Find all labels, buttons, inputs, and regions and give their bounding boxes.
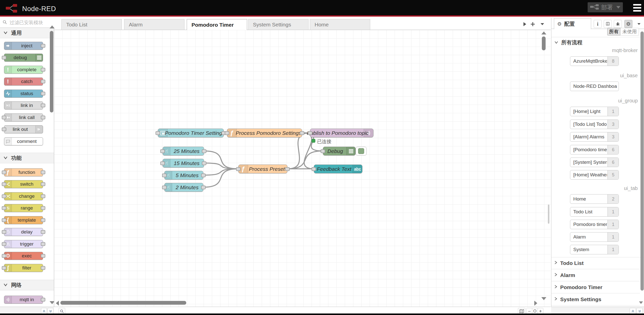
input-port[interactable] <box>308 131 312 135</box>
output-port[interactable] <box>41 194 45 198</box>
input-port[interactable] <box>2 171 6 174</box>
filter-unused-button[interactable]: 未使用 <box>620 28 639 35</box>
wire[interactable] <box>204 151 238 169</box>
output-port[interactable] <box>41 206 45 210</box>
flow-tab-pomodoro-timer[interactable]: Pomodoro Timer <box>187 19 247 30</box>
output-port[interactable] <box>41 171 45 174</box>
flow-tab-alarm[interactable]: Alarm <box>124 19 184 30</box>
output-port[interactable] <box>41 242 45 246</box>
wire[interactable] <box>302 133 314 169</box>
input-port[interactable] <box>2 128 6 131</box>
add-flow-button[interactable] <box>529 21 536 27</box>
input-port[interactable] <box>2 206 6 210</box>
flow-node-feedback-text[interactable]: abc Feedback Text <box>314 165 362 173</box>
palette-search-input[interactable] <box>9 20 49 26</box>
palette-node-catch[interactable]: ! catch <box>4 77 43 86</box>
flow-node-publish-to-pomodoro-topic[interactable]: Publish to Pomodoro topic <box>310 129 373 137</box>
output-port[interactable] <box>41 104 45 107</box>
palette-node-link-out[interactable]: link out <box>4 125 43 133</box>
canvas-scroll-down-icon[interactable] <box>541 297 546 300</box>
palette-node-exec[interactable]: ⚙ exec <box>4 252 43 260</box>
config-node-entry[interactable]: Todo List1 <box>570 207 619 217</box>
palette-node-change[interactable]: change <box>4 192 43 200</box>
input-port[interactable] <box>2 182 6 186</box>
output-port[interactable] <box>41 266 45 270</box>
canvas-scroll-left-icon[interactable] <box>56 301 59 306</box>
input-port[interactable] <box>2 194 6 198</box>
config-node-entry[interactable]: AzureMqttBroker 8 <box>570 56 619 66</box>
output-port[interactable] <box>201 173 206 177</box>
input-port[interactable] <box>162 173 167 177</box>
input-port[interactable] <box>156 131 160 135</box>
palette-category-function[interactable]: 功能 <box>0 153 54 163</box>
section-all-flows[interactable]: 所有流程 <box>551 38 644 47</box>
sidebar-splitter-handle[interactable] <box>548 205 549 224</box>
palette-node-delay[interactable]: delay <box>4 228 43 236</box>
flow-tab-todo-list[interactable]: Todo List <box>61 19 122 30</box>
flow-node-pomodoro-timer-settings[interactable]: Pomodoro Timer Settings <box>158 129 224 137</box>
wire[interactable] <box>203 169 238 187</box>
output-port[interactable] <box>41 230 45 234</box>
palette-node-link-in[interactable]: link in <box>4 101 43 109</box>
config-node-entry[interactable]: [Home] Weather5 <box>570 170 619 180</box>
input-port[interactable] <box>2 116 6 120</box>
sidebar-scroll-down-icon[interactable] <box>639 301 643 304</box>
help-tab-button[interactable] <box>604 20 612 28</box>
canvas-vscrollbar-thumb[interactable] <box>542 36 546 50</box>
tab-scroll-right-icon[interactable] <box>521 21 528 27</box>
output-port[interactable] <box>41 80 45 84</box>
section-pomodoro-timer[interactable]: Pomodoro Timer <box>551 281 640 293</box>
palette-scrollbar-thumb[interactable] <box>50 31 53 112</box>
flow-node-15-minutes[interactable]: ☝ 15 Minutes <box>163 159 204 168</box>
output-port[interactable] <box>41 44 45 48</box>
input-port[interactable] <box>162 185 167 189</box>
input-port[interactable] <box>160 161 165 165</box>
sidebar-tab-config[interactable]: ⚙ 配置 <box>554 18 591 29</box>
config-node-entry[interactable]: Alarm1 <box>570 232 619 242</box>
flow-tab-system-settings[interactable]: System Settings <box>248 19 309 30</box>
debug-enable-toggle[interactable] <box>356 147 367 155</box>
palette-node-trigger[interactable]: trigger <box>4 240 43 248</box>
flow-node-process-preset[interactable]: ƒ Process Preset <box>238 165 287 173</box>
palette-node-filter[interactable]: ∫ filter <box>4 264 43 272</box>
palette-node-function[interactable]: ƒ function <box>4 168 43 176</box>
output-port[interactable] <box>41 92 45 96</box>
input-port[interactable] <box>2 266 6 270</box>
flow-node-5-minutes[interactable]: ☝ 5 Minutes <box>164 171 203 180</box>
input-port[interactable] <box>321 149 325 153</box>
main-menu-button[interactable] <box>633 4 641 12</box>
canvas-hscrollbar-thumb[interactable] <box>60 301 186 305</box>
input-port[interactable] <box>2 218 6 222</box>
section-todo-list[interactable]: Todo List <box>551 257 640 269</box>
output-port[interactable] <box>202 149 206 153</box>
palette-scroll-down-icon[interactable] <box>50 301 55 304</box>
config-node-entry[interactable]: [Home] Light1 <box>570 107 619 116</box>
canvas-scroll-right-icon[interactable] <box>534 301 537 306</box>
flow-node-process-pomodoro-settings[interactable]: ƒ Process Pomodoro Settings <box>227 129 302 137</box>
palette-search[interactable] <box>0 18 54 28</box>
filter-all-button[interactable]: 所有 <box>607 28 620 35</box>
flow-canvas[interactable]: Pomodoro Timer Settings ƒ Process Pomodo… <box>54 30 551 307</box>
config-node-entry[interactable]: System1 <box>570 245 619 254</box>
input-port[interactable] <box>2 56 6 60</box>
palette-node-template[interactable]: { template <box>4 216 43 224</box>
palette-node-mqtt-in[interactable]: mqtt in <box>4 296 43 304</box>
flow-node-25-minutes[interactable]: ☝ 25 Minutes <box>163 147 204 155</box>
output-port[interactable] <box>300 131 304 135</box>
palette-node-complete[interactable]: ! complete <box>4 66 43 74</box>
input-port[interactable] <box>160 149 165 153</box>
deploy-button[interactable]: 部署 <box>588 2 623 12</box>
palette-category-network[interactable]: 网络 <box>0 280 54 290</box>
input-port[interactable] <box>2 242 6 246</box>
output-port[interactable] <box>41 218 45 222</box>
section-alarm[interactable]: Alarm <box>551 269 640 281</box>
config-node-entry[interactable]: [Todo List] Todo List3 <box>570 120 619 129</box>
flow-list-caret-icon[interactable] <box>539 21 546 27</box>
wire[interactable] <box>204 163 238 169</box>
output-port[interactable] <box>41 68 45 72</box>
config-node-entry[interactable]: [Pomodoro timer] ...6 <box>570 145 619 154</box>
flow-node-debug[interactable]: Debug <box>323 147 356 155</box>
output-port[interactable] <box>202 161 206 165</box>
config-node-entry[interactable]: Pomodoro timer1 <box>570 220 619 229</box>
config-tab-button[interactable]: ⚙ <box>624 20 632 28</box>
